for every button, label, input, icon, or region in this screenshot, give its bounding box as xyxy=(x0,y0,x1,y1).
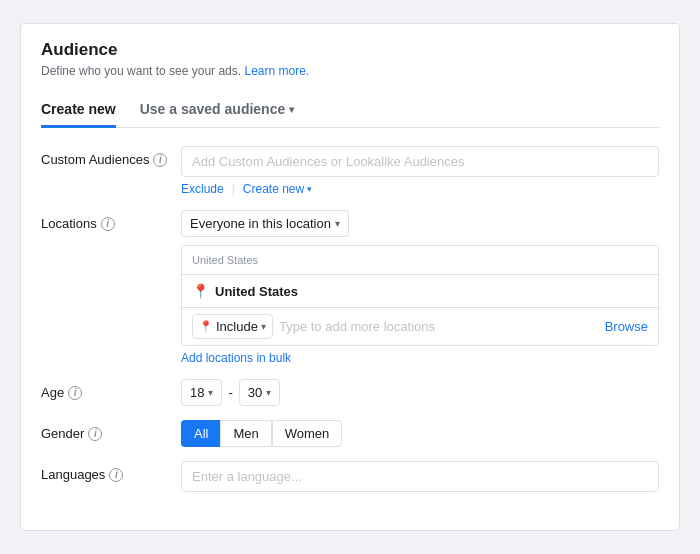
create-new-chevron-icon: ▾ xyxy=(307,184,312,194)
card-header: Audience Define who you want to see your… xyxy=(41,40,659,78)
languages-row: Languages i xyxy=(41,461,659,492)
locations-box: United States 📍 United States 📍 Include … xyxy=(181,245,659,346)
custom-audiences-actions: Exclude | Create new ▾ xyxy=(181,182,659,196)
gender-buttons: All Men Women xyxy=(181,420,659,447)
age-control: 18 ▾ - 30 ▾ xyxy=(181,379,659,406)
location-pin-icon: 📍 xyxy=(192,283,209,299)
age-from-chevron-icon: ▾ xyxy=(208,387,213,398)
include-dropdown[interactable]: 📍 Include ▾ xyxy=(192,314,273,339)
languages-control xyxy=(181,461,659,492)
location-type-chevron-icon: ▾ xyxy=(335,218,340,229)
locations-include-row: 📍 Include ▾ Browse xyxy=(182,308,658,345)
tab-bar: Create new Use a saved audience ▾ xyxy=(41,92,659,128)
gender-info-icon: i xyxy=(88,427,102,441)
custom-audiences-info-icon: i xyxy=(153,153,167,167)
languages-info-icon: i xyxy=(109,468,123,482)
gender-label: Gender i xyxy=(41,420,181,441)
age-to-chevron-icon: ▾ xyxy=(266,387,271,398)
custom-audiences-control: Exclude | Create new ▾ xyxy=(181,146,659,196)
exclude-button[interactable]: Exclude xyxy=(181,182,224,196)
location-search-input[interactable] xyxy=(279,319,605,334)
gender-row: Gender i All Men Women xyxy=(41,420,659,447)
age-dash: - xyxy=(228,385,232,400)
tab-saved-audience[interactable]: Use a saved audience ▾ xyxy=(140,93,295,128)
include-chevron-icon: ▾ xyxy=(261,321,266,332)
gender-women-button[interactable]: Women xyxy=(272,420,343,447)
locations-item: 📍 United States xyxy=(182,275,658,308)
locations-info-icon: i xyxy=(101,217,115,231)
add-locations-bulk-link: Add locations in bulk xyxy=(181,351,659,365)
location-pin-small-icon: 📍 xyxy=(199,320,213,333)
languages-input[interactable] xyxy=(181,461,659,492)
tab-create-new[interactable]: Create new xyxy=(41,93,116,128)
audience-card: Audience Define who you want to see your… xyxy=(20,23,680,531)
age-label: Age i xyxy=(41,379,181,400)
age-info-icon: i xyxy=(68,386,82,400)
browse-button[interactable]: Browse xyxy=(605,319,648,334)
learn-more-link[interactable]: Learn more. xyxy=(244,64,309,78)
page-subtitle: Define who you want to see your ads. Lea… xyxy=(41,64,659,78)
action-divider: | xyxy=(232,182,235,196)
custom-audiences-label: Custom Audiences i xyxy=(41,146,181,167)
age-inputs: 18 ▾ - 30 ▾ xyxy=(181,379,659,406)
custom-audiences-input[interactable] xyxy=(181,146,659,177)
gender-control: All Men Women xyxy=(181,420,659,447)
locations-control: Everyone in this location ▾ United State… xyxy=(181,210,659,365)
add-bulk-anchor[interactable]: Add locations in bulk xyxy=(181,351,291,365)
custom-audiences-row: Custom Audiences i Exclude | Create new … xyxy=(41,146,659,196)
age-to-dropdown[interactable]: 30 ▾ xyxy=(239,379,280,406)
location-type-dropdown[interactable]: Everyone in this location ▾ xyxy=(181,210,349,237)
gender-all-button[interactable]: All xyxy=(181,420,220,447)
age-from-dropdown[interactable]: 18 ▾ xyxy=(181,379,222,406)
saved-audience-chevron: ▾ xyxy=(289,104,294,115)
locations-row: Locations i Everyone in this location ▾ … xyxy=(41,210,659,365)
locations-country-header: United States xyxy=(182,246,658,275)
gender-men-button[interactable]: Men xyxy=(220,420,271,447)
age-row: Age i 18 ▾ - 30 ▾ xyxy=(41,379,659,406)
create-new-dropdown[interactable]: Create new ▾ xyxy=(243,182,312,196)
page-title: Audience xyxy=(41,40,659,60)
locations-label: Locations i xyxy=(41,210,181,231)
languages-label: Languages i xyxy=(41,461,181,482)
